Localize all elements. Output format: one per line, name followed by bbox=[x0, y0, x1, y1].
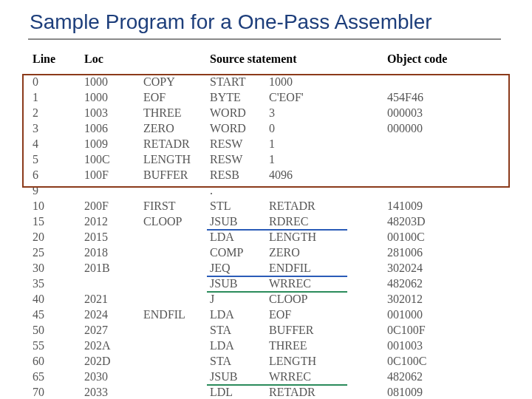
cell-op: WORD bbox=[210, 120, 269, 136]
table-row: 402021JCLOOP302012 bbox=[28, 291, 501, 307]
cell-operand: LENGTH bbox=[269, 353, 387, 369]
cell-op: LDL bbox=[210, 384, 269, 399]
cell-loc: 1009 bbox=[84, 136, 143, 151]
cell-obj: 081009 bbox=[387, 384, 476, 399]
cell-obj: 001003 bbox=[387, 338, 476, 353]
cell-line: 15 bbox=[28, 214, 84, 229]
slide-title: Sample Program for a One-Pass Assembler bbox=[30, 10, 517, 34]
col-header-obj: Object code bbox=[387, 49, 476, 69]
cell-operand: ZERO bbox=[269, 245, 387, 260]
table-row: 702033LDLRETADR081009 bbox=[28, 384, 501, 399]
cell-obj: 302012 bbox=[387, 291, 476, 307]
table-row: 01000COPYSTART1000 bbox=[28, 74, 501, 89]
slide: Sample Program for a One-Pass Assembler … bbox=[0, 0, 532, 399]
table-row: 252018COMPZERO281006 bbox=[28, 245, 501, 260]
cell-obj: 454F46 bbox=[387, 89, 476, 105]
cell-loc: 2030 bbox=[84, 369, 143, 384]
cell-line: 35 bbox=[28, 276, 84, 291]
cell-loc: 2024 bbox=[84, 307, 143, 322]
cell-loc: 1000 bbox=[84, 74, 143, 89]
cell-obj: 00100C bbox=[387, 229, 476, 245]
cell-line: 65 bbox=[28, 369, 84, 384]
col-header-line: Line bbox=[28, 49, 84, 69]
cell-op: . bbox=[210, 183, 269, 198]
cell-label: LENGTH bbox=[143, 151, 210, 167]
table-row: 5100CLENGTHRESW1 bbox=[28, 151, 501, 167]
cell-operand: 0 bbox=[269, 120, 387, 136]
cell-op: WORD bbox=[210, 105, 269, 120]
cell-label: ENDFIL bbox=[143, 307, 210, 322]
cell-operand: 4096 bbox=[269, 167, 387, 183]
cell-operand: 1000 bbox=[269, 74, 387, 89]
cell-loc: 1006 bbox=[84, 120, 143, 136]
cell-operand: RDREC bbox=[269, 214, 387, 229]
cell-line: 0 bbox=[28, 74, 84, 89]
cell-operand: 1 bbox=[269, 136, 387, 151]
cell-line: 20 bbox=[28, 229, 84, 245]
table-row: 60202DSTALENGTH0C100C bbox=[28, 353, 501, 369]
cell-line: 60 bbox=[28, 353, 84, 369]
cell-obj: 0C100F bbox=[387, 322, 476, 338]
cell-op: COMP bbox=[210, 245, 269, 260]
cell-obj: 0C100C bbox=[387, 353, 476, 369]
cell-obj: 001000 bbox=[387, 307, 476, 322]
table-row: 10200FFIRSTSTLRETADR141009 bbox=[28, 198, 501, 214]
cell-loc: 1000 bbox=[84, 89, 143, 105]
cell-op: STA bbox=[210, 322, 269, 338]
cell-op: JSUB bbox=[210, 214, 269, 229]
assembler-listing: Line Loc Source statement Object code 01… bbox=[28, 49, 501, 399]
table-row: 6100FBUFFERRESB4096 bbox=[28, 167, 501, 183]
table-header-row: Line Loc Source statement Object code bbox=[28, 49, 501, 69]
cell-loc: 2021 bbox=[84, 291, 143, 307]
cell-line: 10 bbox=[28, 198, 84, 214]
table-row: 31006ZEROWORD0000000 bbox=[28, 120, 501, 136]
cell-obj: 281006 bbox=[387, 245, 476, 260]
cell-operand: WRREC bbox=[269, 276, 387, 291]
cell-line: 9 bbox=[28, 183, 84, 198]
cell-label: EOF bbox=[143, 89, 210, 105]
table-body: 01000COPYSTART1000 11000EOFBYTEC'EOF'454… bbox=[28, 74, 501, 399]
cell-obj: 482062 bbox=[387, 369, 476, 384]
cell-loc: 201B bbox=[84, 260, 143, 276]
cell-label: CLOOP bbox=[143, 214, 210, 229]
cell-label: ZERO bbox=[143, 120, 210, 136]
cell-loc: 100C bbox=[84, 151, 143, 167]
cell-obj: 000003 bbox=[387, 105, 476, 120]
cell-label: FIRST bbox=[143, 198, 210, 214]
cell-line: 45 bbox=[28, 307, 84, 322]
cell-operand: 3 bbox=[269, 105, 387, 120]
cell-operand: RETADR bbox=[269, 384, 387, 399]
cell-loc: 2015 bbox=[84, 229, 143, 245]
table-row: 41009RETADRRESW1 bbox=[28, 136, 501, 151]
title-underline bbox=[28, 38, 501, 40]
cell-label: RETADR bbox=[143, 136, 210, 151]
cell-obj: 482062 bbox=[387, 276, 476, 291]
cell-operand: C'EOF' bbox=[269, 89, 387, 105]
cell-line: 1 bbox=[28, 89, 84, 105]
cell-op: JSUB bbox=[210, 369, 269, 384]
cell-op: STL bbox=[210, 198, 269, 214]
cell-loc: 202D bbox=[84, 353, 143, 369]
cell-op: RESB bbox=[210, 167, 269, 183]
cell-operand: 1 bbox=[269, 151, 387, 167]
cell-op: J bbox=[210, 291, 269, 307]
table-row: 502027STABUFFER0C100F bbox=[28, 322, 501, 338]
table-row: 152012CLOOPJSUBRDREC48203D bbox=[28, 214, 501, 229]
cell-obj: 000000 bbox=[387, 120, 476, 136]
table-row: 202015LDALENGTH00100C bbox=[28, 229, 501, 245]
cell-operand: EOF bbox=[269, 307, 387, 322]
table-row: 452024ENDFILLDAEOF001000 bbox=[28, 307, 501, 322]
cell-op: JEQ bbox=[210, 260, 269, 276]
cell-operand: ENDFIL bbox=[269, 260, 387, 276]
cell-line: 25 bbox=[28, 245, 84, 260]
cell-op: RESW bbox=[210, 136, 269, 151]
cell-line: 4 bbox=[28, 136, 84, 151]
table-row: 11000EOFBYTEC'EOF'454F46 bbox=[28, 89, 501, 105]
cell-op: JSUB bbox=[210, 276, 269, 291]
cell-line: 5 bbox=[28, 151, 84, 167]
cell-obj: 302024 bbox=[387, 260, 476, 276]
cell-op: BYTE bbox=[210, 89, 269, 105]
table-row: 55202ALDATHREE001003 bbox=[28, 338, 501, 353]
cell-line: 6 bbox=[28, 167, 84, 183]
cell-op: RESW bbox=[210, 151, 269, 167]
